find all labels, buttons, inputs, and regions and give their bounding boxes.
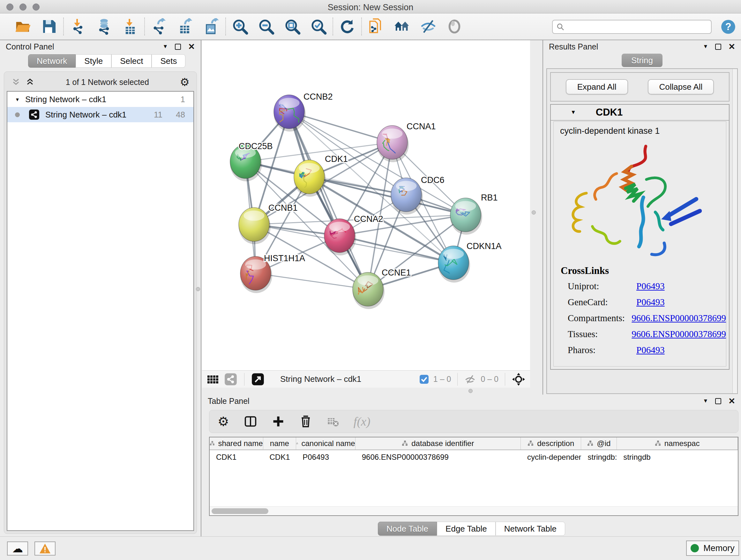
crosslink-pharos[interactable]: P06493	[636, 345, 665, 355]
tab-string[interactable]: String	[622, 54, 663, 67]
import-network-database-icon[interactable]	[96, 18, 112, 35]
svg-text:CDC25B: CDC25B	[239, 141, 273, 151]
node-table[interactable]: shared namenamecanonical namedatabase id…	[209, 437, 738, 516]
right-splitter-handle[interactable]	[532, 210, 536, 214]
node-CCNA1[interactable]	[377, 125, 409, 162]
network-row-selected[interactable]: String Network – cdk1 11 48	[7, 107, 193, 122]
hidden-eye-icon[interactable]	[464, 373, 476, 385]
control-panel-menu-icon[interactable]: ▼	[162, 44, 168, 50]
export-image-file-icon[interactable]	[203, 18, 219, 35]
results-panel-close-icon[interactable]: ✕	[728, 43, 735, 51]
import-network-file-icon[interactable]	[70, 18, 86, 35]
network-canvas[interactable]: CCNB2CCNA1CDC25BCDK1CDC6RB1CCNB1CCNA2CDK…	[202, 40, 530, 370]
refresh-network-icon[interactable]	[339, 18, 355, 35]
column-header-namespac[interactable]: namespac	[617, 437, 738, 449]
zoom-selected-icon[interactable]	[310, 18, 327, 35]
gene-section-header[interactable]: ▼ CDK1	[551, 105, 729, 121]
expand-all-icon[interactable]	[25, 77, 35, 87]
cloud-icon: ☁	[12, 543, 23, 554]
tab-node-table[interactable]: Node Table	[378, 522, 437, 536]
export-network-file-icon[interactable]	[151, 18, 167, 35]
tab-network[interactable]: Network	[28, 54, 76, 68]
window-titlebar: Session: New Session	[0, 0, 741, 13]
help-icon[interactable]: ?	[721, 19, 736, 35]
node-CCNA2[interactable]	[324, 219, 356, 255]
table-scrollbar-thumb[interactable]	[212, 508, 268, 514]
table-row[interactable]: CDK1CDK1P064939606.ENSP00000378699cyclin…	[210, 450, 738, 464]
node-CCNB2[interactable]	[274, 95, 306, 132]
table-panel-close-icon[interactable]: ✕	[728, 397, 735, 405]
network-share-view-icon[interactable]	[224, 373, 237, 386]
grid-view-icon[interactable]	[206, 373, 219, 386]
node-CCNE1[interactable]	[353, 272, 385, 309]
gene-expander-icon[interactable]: ▼	[570, 109, 576, 116]
function-builder-icon[interactable]: f(x)	[354, 415, 370, 428]
network-collection-row[interactable]: ▼ String Network – cdk1 1	[7, 91, 193, 107]
zoom-fit-icon[interactable]	[284, 18, 300, 35]
left-splitter-handle[interactable]	[196, 287, 200, 291]
results-scrollbar[interactable]	[732, 69, 737, 393]
node-CDK1[interactable]	[294, 160, 326, 197]
collection-expander-icon[interactable]: ▼	[15, 97, 20, 102]
column-header--id[interactable]: @id	[581, 437, 617, 449]
memory-button[interactable]: Memory	[686, 541, 739, 556]
zoom-out-icon[interactable]	[258, 18, 274, 35]
birds-eye-view-icon[interactable]	[512, 372, 526, 386]
delete-table-icon[interactable]	[327, 415, 339, 428]
results-panel-menu-icon[interactable]: ▼	[703, 44, 708, 50]
column-header-description[interactable]: description	[521, 437, 581, 449]
table-panel-float-icon[interactable]	[715, 398, 721, 404]
string-import-icon[interactable]	[367, 18, 384, 35]
cloud-button[interactable]: ☁	[7, 542, 28, 556]
column-header-canonical-name[interactable]: canonical name	[296, 437, 355, 449]
table-options-gear-icon[interactable]: ⚙	[218, 415, 229, 428]
delete-column-icon[interactable]	[299, 415, 312, 428]
svg-text:CCNA2: CCNA2	[354, 214, 383, 224]
open-session-icon[interactable]	[15, 18, 31, 35]
detach-view-icon[interactable]	[252, 373, 264, 386]
show-columns-icon[interactable]	[244, 415, 257, 428]
column-header-shared-name[interactable]: shared name	[210, 437, 263, 449]
search-box[interactable]	[552, 20, 712, 34]
control-panel-close-icon[interactable]: ✕	[188, 43, 195, 51]
node-RB1[interactable]	[450, 198, 482, 235]
export-table-file-icon[interactable]	[177, 18, 193, 35]
table-toolbar: ⚙ f(x)	[209, 410, 738, 433]
selected-checkbox-icon[interactable]	[419, 374, 429, 384]
column-header-name[interactable]: name	[263, 437, 296, 449]
column-type-icon	[296, 440, 298, 447]
first-neighbors-icon[interactable]	[394, 18, 410, 35]
column-header-database-identifier[interactable]: database identifier	[355, 437, 521, 449]
warning-button[interactable]	[35, 542, 56, 556]
tab-network-table[interactable]: Network Table	[495, 522, 565, 536]
horizontal-splitter-handle[interactable]	[468, 389, 473, 393]
expand-all-button[interactable]: Expand All	[566, 79, 628, 95]
save-session-icon[interactable]	[41, 18, 57, 35]
crosslink-compartments[interactable]: 9606.ENSP00000378699	[631, 313, 726, 323]
show-all-icon[interactable]	[446, 18, 463, 35]
zoom-in-icon[interactable]	[232, 18, 248, 35]
network-options-gear-icon[interactable]: ⚙	[180, 77, 190, 87]
crosslink-genecard[interactable]: P06493	[636, 297, 665, 307]
tab-edge-table[interactable]: Edge Table	[437, 522, 495, 536]
node-CDC6[interactable]	[391, 178, 423, 214]
crosslink-uniprot[interactable]: P06493	[636, 281, 665, 292]
crosslink-tissues[interactable]: 9606.ENSP00000378699	[631, 329, 726, 339]
tab-style[interactable]: Style	[76, 54, 111, 68]
tab-sets[interactable]: Sets	[151, 54, 185, 68]
collection-count: 1	[181, 95, 193, 105]
table-panel-menu-icon[interactable]: ▼	[703, 398, 708, 404]
control-panel-float-icon[interactable]	[175, 44, 181, 50]
collapse-all-icon[interactable]	[11, 77, 21, 87]
hide-selected-icon[interactable]	[420, 18, 436, 35]
crosslink-label: Pharos:	[568, 345, 636, 355]
node-CDKN1A[interactable]	[438, 246, 470, 283]
network-graph[interactable]: CCNB2CCNA1CDC25BCDK1CDC6RB1CCNB1CCNA2CDK…	[202, 40, 530, 370]
add-column-icon[interactable]	[272, 415, 285, 428]
results-panel-float-icon[interactable]	[715, 44, 721, 50]
table-horizontal-scrollbar[interactable]	[210, 506, 738, 515]
search-input[interactable]	[567, 22, 707, 32]
collapse-all-button[interactable]: Collapse All	[648, 79, 714, 95]
tab-select[interactable]: Select	[111, 54, 151, 68]
import-table-file-icon[interactable]	[122, 18, 138, 35]
